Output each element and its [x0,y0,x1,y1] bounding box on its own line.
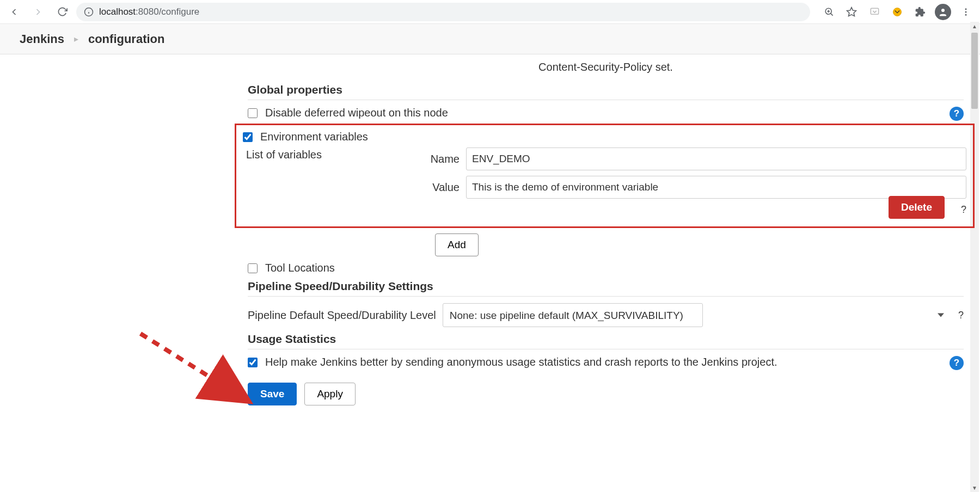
pipeline-durability-label: Pipeline Default Speed/Durability Level [248,309,436,322]
form-footer: Save Apply [248,383,964,405]
svg-line-4 [830,14,832,16]
forward-button[interactable] [28,2,48,22]
add-env-row: Add [248,233,964,256]
kebab-menu-icon[interactable] [956,2,976,22]
url-text: localhost:8080/configure [99,7,199,17]
info-icon [84,7,94,17]
address-bar[interactable]: localhost:8080/configure [76,3,810,21]
disable-wipeout-checkbox[interactable] [248,108,258,118]
pipeline-durability-select[interactable]: None: use pipeline default (MAX_SURVIVAB… [443,303,703,327]
list-of-variables-label: List of variables [243,147,406,219]
scroll-up-icon[interactable]: ▲ [970,22,979,30]
row-env-vars: Environment variables [243,131,966,143]
svg-point-11 [965,8,967,10]
zoom-icon[interactable] [819,2,838,22]
help-icon[interactable]: ? [950,107,964,121]
section-global-properties: Global properties [248,83,964,100]
help-icon[interactable]: ? [961,204,966,216]
browser-actions [814,2,976,22]
env-vars-highlight: Environment variables List of variables … [235,124,975,228]
svg-marker-7 [847,7,856,16]
save-button[interactable]: Save [248,383,297,405]
env-value-input[interactable] [466,176,966,199]
svg-point-9 [893,8,902,16]
env-value-label: Value [428,181,460,194]
env-name-label: Name [428,153,460,165]
svg-rect-8 [871,8,878,14]
chevron-right-icon: ▸ [74,34,78,44]
svg-point-12 [965,11,967,13]
section-usage-statistics: Usage Statistics [248,333,964,349]
env-vars-label: Environment variables [260,131,368,143]
help-icon[interactable]: ? [958,310,964,321]
svg-point-13 [965,14,967,15]
csp-notice: Content-Security-Policy set. [0,61,964,73]
disable-wipeout-label: Disable deferred wipeout on this node [265,107,448,119]
row-disable-wipeout: Disable deferred wipeout on this node ? [248,107,964,119]
env-vars-body: List of variables Name Value ? Delete [243,147,966,219]
row-usage-stats: Help make Jenkins better by sending anon… [248,356,964,368]
pipeline-durability-select-wrap: None: use pipeline default (MAX_SURVIVAB… [443,303,952,327]
add-button[interactable]: Add [435,233,479,256]
env-var-entry: Name Value ? Delete [428,147,966,219]
reload-button[interactable] [52,2,72,22]
breadcrumb: Jenkins ▸ configuration [0,24,980,54]
configure-form: Content-Security-Policy set. Global prop… [0,54,980,492]
env-vars-checkbox[interactable] [243,132,253,142]
usage-stats-checkbox[interactable] [248,358,258,367]
bookmark-star-icon[interactable] [842,2,861,22]
row-tool-locations: Tool Locations [248,262,964,274]
tool-locations-label: Tool Locations [265,262,335,274]
section-pipeline: Pipeline Speed/Durability Settings [248,280,964,297]
tool-locations-checkbox[interactable] [248,263,258,273]
breadcrumb-page[interactable]: configuration [88,32,165,46]
env-delete-wrap: Delete [428,196,966,219]
apply-button[interactable]: Apply [304,383,356,405]
back-button[interactable] [4,2,24,22]
env-value-row: Value [428,176,966,199]
breadcrumb-root[interactable]: Jenkins [20,32,64,46]
extension-icon[interactable] [887,2,907,22]
browser-toolbar: localhost:8080/configure [0,0,980,24]
help-icon[interactable]: ? [950,356,964,370]
row-pipeline-durability: Pipeline Default Speed/Durability Level … [248,303,964,327]
extensions-puzzle-icon[interactable] [910,2,930,22]
svg-point-10 [941,9,945,12]
env-name-row: Name [428,147,966,170]
env-name-input[interactable] [466,147,966,170]
profile-avatar[interactable] [933,2,953,22]
delete-button[interactable]: Delete [889,196,945,219]
usage-stats-label: Help make Jenkins better by sending anon… [265,356,777,368]
pocket-icon[interactable] [865,2,884,22]
